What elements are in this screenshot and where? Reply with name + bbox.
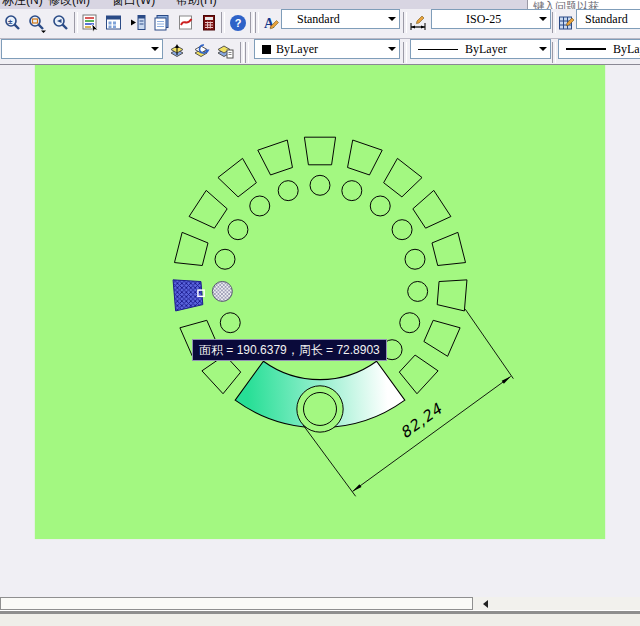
table-style-icon [557, 13, 577, 33]
svg-text:±: ± [8, 17, 13, 26]
markup-button[interactable] [174, 11, 198, 35]
text-style-combo[interactable]: Standard [281, 9, 400, 29]
designcenter-button[interactable] [102, 11, 126, 35]
lineweight-sample [566, 48, 606, 50]
menu-dimension[interactable]: 标注(N) [2, 0, 43, 9]
make-layer-current-button[interactable] [166, 40, 188, 62]
zoom-previous-icon [51, 13, 71, 33]
menu-modify[interactable]: 修改(M) [48, 0, 90, 9]
text-style-button[interactable]: A [259, 11, 283, 35]
markup-icon [176, 13, 196, 33]
table-style-value: Standard [577, 12, 628, 26]
separator [403, 42, 407, 63]
horizontal-scrollbar[interactable] [0, 597, 640, 610]
svg-text:?: ? [235, 17, 242, 29]
properties-button[interactable] [78, 11, 102, 35]
menu-bar: 标注(N) 修改(M) 窗口(W) 帮助(H) 键入问题以获 [0, 0, 640, 9]
zoom-window-icon [27, 13, 47, 33]
layer-combo[interactable] [1, 39, 163, 59]
linetype-sample [418, 49, 458, 50]
separator [552, 42, 556, 63]
app-window: 标注(N) 修改(M) 窗口(W) 帮助(H) 键入问题以获 ± [0, 0, 640, 626]
standard-toolbar: ± [0, 9, 640, 39]
tool-palettes-button[interactable] [126, 11, 150, 35]
table-style-combo[interactable]: Standard [576, 9, 640, 29]
chevron-down-icon[interactable] [539, 47, 547, 51]
linetype-value: ByLayer [465, 42, 507, 56]
color-combo[interactable]: ByLayer [254, 39, 400, 59]
area-perimeter-tooltip: 面积 = 190.6379，周长 = 72.8903 [192, 339, 387, 361]
help-icon: ? [228, 13, 248, 33]
scroll-left-button[interactable] [477, 598, 493, 609]
make-layer-current-icon [167, 41, 187, 61]
zoom-realtime-button[interactable]: ± [1, 11, 25, 35]
toolbar-grip[interactable] [245, 42, 249, 63]
dim-style-icon [409, 13, 429, 33]
status-bar [0, 614, 640, 626]
infocenter-search-input[interactable]: 键入问题以获 [527, 0, 640, 9]
sheetset-icon [152, 13, 172, 33]
quickcalc-icon [199, 13, 219, 33]
layer-states-button[interactable] [214, 40, 236, 62]
layer-states-icon [215, 41, 235, 61]
menu-window[interactable]: 窗口(W) [112, 0, 155, 9]
sheetset-button[interactable] [150, 11, 174, 35]
properties-icon [80, 13, 100, 33]
chevron-down-icon[interactable] [151, 47, 159, 51]
dim-style-value: ISO-25 [432, 12, 501, 26]
lineweight-combo[interactable]: ByLayer [558, 39, 640, 59]
tool-palettes-icon [128, 13, 148, 33]
text-style-value: Standard [282, 12, 340, 26]
hub-inner-circle [304, 392, 337, 425]
toolbar-grip[interactable] [250, 12, 254, 33]
toolbar-grip[interactable] [240, 42, 244, 63]
cad-drawing: 82,24 [0, 65, 640, 597]
zoom-window-button[interactable] [25, 11, 49, 35]
dim-style-combo[interactable]: ISO-25 [431, 9, 551, 29]
help-button[interactable]: ? [226, 11, 250, 35]
scrollbar-thumb[interactable] [0, 597, 473, 610]
color-value: ByLayer [276, 42, 318, 56]
selected-hatch-circle[interactable] [212, 281, 232, 301]
canvas-background [35, 65, 605, 539]
chevron-down-icon[interactable] [388, 17, 396, 21]
layers-properties-toolbar: ByLayer ByLayer ByLayer [0, 39, 640, 65]
designcenter-icon [104, 13, 124, 33]
color-swatch [262, 45, 271, 54]
chevron-down-icon[interactable] [539, 17, 547, 21]
layer-previous-icon [191, 41, 211, 61]
layer-previous-button[interactable] [190, 40, 212, 62]
arrow-left-icon [483, 600, 488, 608]
quickcalc-button[interactable] [197, 11, 221, 35]
drawing-canvas[interactable]: 82,24 面积 = 190.6379，周长 = 72.8903 [0, 65, 640, 597]
chevron-down-icon[interactable] [388, 47, 396, 51]
linetype-combo[interactable]: ByLayer [410, 39, 551, 59]
zoom-previous-button[interactable] [49, 11, 73, 35]
lineweight-value: ByLayer [613, 42, 640, 56]
zoom-realtime-icon: ± [3, 13, 23, 33]
separator [221, 12, 225, 33]
dim-style-button[interactable] [407, 11, 431, 35]
text-style-icon: A [261, 13, 281, 33]
menu-help[interactable]: 帮助(H) [176, 0, 217, 9]
